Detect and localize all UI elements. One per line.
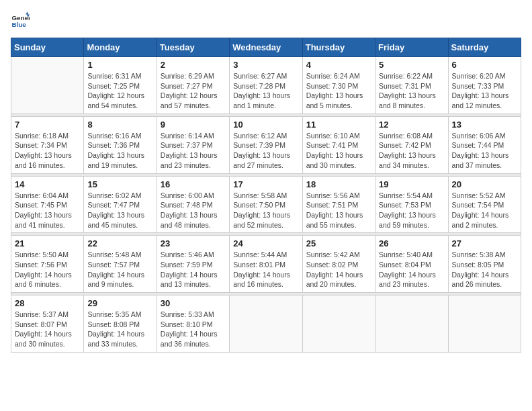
calendar-cell: 3Sunrise: 6:27 AMSunset: 7:28 PMDaylight…	[230, 57, 302, 114]
day-number: 27	[452, 238, 517, 248]
day-number: 5	[379, 60, 444, 70]
day-of-week-header: Tuesday	[157, 38, 229, 57]
day-number: 25	[306, 238, 371, 248]
day-number: 28	[15, 298, 80, 308]
day-number: 30	[161, 298, 226, 308]
day-info: Sunrise: 6:06 AMSunset: 7:44 PMDaylight:…	[452, 131, 517, 171]
calendar-cell	[375, 295, 448, 353]
day-info: Sunrise: 6:18 AMSunset: 7:34 PMDaylight:…	[15, 131, 80, 171]
day-number: 21	[15, 238, 80, 248]
day-number: 18	[306, 179, 371, 189]
day-number: 8	[87, 120, 152, 130]
day-number: 9	[161, 120, 226, 130]
day-number: 16	[161, 179, 226, 189]
day-number: 3	[233, 60, 298, 70]
calendar-cell: 26Sunrise: 5:40 AMSunset: 8:04 PMDayligh…	[375, 236, 448, 293]
day-info: Sunrise: 5:54 AMSunset: 7:53 PMDaylight:…	[379, 191, 444, 230]
day-number: 26	[379, 238, 444, 248]
calendar-cell: 28Sunrise: 5:37 AMSunset: 8:07 PMDayligh…	[11, 295, 84, 353]
day-of-week-header: Thursday	[302, 38, 375, 57]
calendar-cell: 17Sunrise: 5:58 AMSunset: 7:50 PMDayligh…	[230, 176, 302, 233]
day-of-week-header: Saturday	[448, 38, 521, 57]
day-info: Sunrise: 5:58 AMSunset: 7:50 PMDaylight:…	[233, 191, 298, 230]
svg-marker-2	[26, 11, 28, 14]
day-info: Sunrise: 5:42 AMSunset: 8:02 PMDaylight:…	[306, 250, 371, 289]
day-info: Sunrise: 6:20 AMSunset: 7:33 PMDaylight:…	[452, 71, 517, 111]
day-of-week-header: Monday	[84, 38, 157, 57]
calendar-cell: 8Sunrise: 6:16 AMSunset: 7:36 PMDaylight…	[84, 116, 157, 173]
calendar-cell: 6Sunrise: 6:20 AMSunset: 7:33 PMDaylight…	[448, 57, 521, 114]
logo: General Blue	[11, 11, 32, 30]
calendar-cell: 4Sunrise: 6:24 AMSunset: 7:30 PMDaylight…	[302, 57, 375, 114]
calendar-cell: 22Sunrise: 5:48 AMSunset: 7:57 PMDayligh…	[84, 236, 157, 293]
day-number: 7	[15, 120, 80, 130]
day-number: 13	[452, 120, 517, 130]
day-number: 12	[379, 120, 444, 130]
day-number: 22	[87, 238, 152, 248]
logo-icon: General Blue	[11, 11, 30, 30]
calendar-cell: 14Sunrise: 6:04 AMSunset: 7:45 PMDayligh…	[11, 176, 84, 233]
day-number: 6	[452, 60, 517, 70]
calendar-week-row: 14Sunrise: 6:04 AMSunset: 7:45 PMDayligh…	[11, 176, 521, 233]
calendar-table: SundayMondayTuesdayWednesdayThursdayFrid…	[11, 38, 521, 353]
day-info: Sunrise: 6:02 AMSunset: 7:47 PMDaylight:…	[87, 191, 152, 230]
calendar-cell: 21Sunrise: 5:50 AMSunset: 7:56 PMDayligh…	[11, 236, 84, 293]
day-info: Sunrise: 5:50 AMSunset: 7:56 PMDaylight:…	[15, 250, 80, 289]
calendar-cell: 9Sunrise: 6:14 AMSunset: 7:37 PMDaylight…	[157, 116, 229, 173]
calendar-cell: 25Sunrise: 5:42 AMSunset: 8:02 PMDayligh…	[302, 236, 375, 293]
day-info: Sunrise: 5:44 AMSunset: 8:01 PMDaylight:…	[233, 250, 298, 289]
calendar-cell: 30Sunrise: 5:33 AMSunset: 8:10 PMDayligh…	[157, 295, 229, 353]
calendar-cell: 5Sunrise: 6:22 AMSunset: 7:31 PMDaylight…	[375, 57, 448, 114]
calendar-cell: 1Sunrise: 6:31 AMSunset: 7:25 PMDaylight…	[84, 57, 157, 114]
calendar-week-row: 1Sunrise: 6:31 AMSunset: 7:25 PMDaylight…	[11, 57, 521, 114]
calendar-week-row: 7Sunrise: 6:18 AMSunset: 7:34 PMDaylight…	[11, 116, 521, 173]
day-of-week-header: Sunday	[11, 38, 84, 57]
day-info: Sunrise: 5:48 AMSunset: 7:57 PMDaylight:…	[87, 250, 152, 289]
day-info: Sunrise: 5:46 AMSunset: 7:59 PMDaylight:…	[161, 250, 226, 289]
day-number: 1	[87, 60, 152, 70]
day-number: 23	[161, 238, 226, 248]
day-info: Sunrise: 5:37 AMSunset: 8:07 PMDaylight:…	[15, 310, 80, 349]
day-info: Sunrise: 5:56 AMSunset: 7:51 PMDaylight:…	[306, 191, 371, 230]
day-number: 4	[306, 60, 371, 70]
day-info: Sunrise: 5:38 AMSunset: 8:05 PMDaylight:…	[452, 250, 517, 289]
day-info: Sunrise: 5:35 AMSunset: 8:08 PMDaylight:…	[87, 310, 152, 349]
calendar-cell: 19Sunrise: 5:54 AMSunset: 7:53 PMDayligh…	[375, 176, 448, 233]
day-number: 10	[233, 120, 298, 130]
day-info: Sunrise: 6:12 AMSunset: 7:39 PMDaylight:…	[233, 131, 298, 171]
calendar-cell: 15Sunrise: 6:02 AMSunset: 7:47 PMDayligh…	[84, 176, 157, 233]
day-number: 14	[15, 179, 80, 189]
day-number: 20	[452, 179, 517, 189]
calendar-cell	[448, 295, 521, 353]
day-of-week-header: Wednesday	[230, 38, 302, 57]
calendar-cell	[302, 295, 375, 353]
day-info: Sunrise: 6:24 AMSunset: 7:30 PMDaylight:…	[306, 71, 371, 111]
day-info: Sunrise: 6:08 AMSunset: 7:42 PMDaylight:…	[379, 131, 444, 171]
day-info: Sunrise: 6:22 AMSunset: 7:31 PMDaylight:…	[379, 71, 444, 111]
calendar-cell: 23Sunrise: 5:46 AMSunset: 7:59 PMDayligh…	[157, 236, 229, 293]
calendar-week-row: 28Sunrise: 5:37 AMSunset: 8:07 PMDayligh…	[11, 295, 521, 353]
day-number: 19	[379, 179, 444, 189]
day-number: 15	[87, 179, 152, 189]
calendar-cell: 29Sunrise: 5:35 AMSunset: 8:08 PMDayligh…	[84, 295, 157, 353]
day-info: Sunrise: 6:29 AMSunset: 7:27 PMDaylight:…	[161, 71, 226, 111]
calendar-cell	[230, 295, 302, 353]
day-of-week-header: Friday	[375, 38, 448, 57]
day-number: 24	[233, 238, 298, 248]
day-number: 17	[233, 179, 298, 189]
day-info: Sunrise: 6:14 AMSunset: 7:37 PMDaylight:…	[161, 131, 226, 171]
day-info: Sunrise: 6:04 AMSunset: 7:45 PMDaylight:…	[15, 191, 80, 230]
day-number: 29	[87, 298, 152, 308]
calendar-cell: 16Sunrise: 6:00 AMSunset: 7:48 PMDayligh…	[157, 176, 229, 233]
day-info: Sunrise: 5:33 AMSunset: 8:10 PMDaylight:…	[161, 310, 226, 349]
day-info: Sunrise: 6:31 AMSunset: 7:25 PMDaylight:…	[87, 71, 152, 111]
day-number: 11	[306, 120, 371, 130]
calendar-cell: 13Sunrise: 6:06 AMSunset: 7:44 PMDayligh…	[448, 116, 521, 173]
calendar-cell: 27Sunrise: 5:38 AMSunset: 8:05 PMDayligh…	[448, 236, 521, 293]
calendar-week-row: 21Sunrise: 5:50 AMSunset: 7:56 PMDayligh…	[11, 236, 521, 293]
calendar-cell: 11Sunrise: 6:10 AMSunset: 7:41 PMDayligh…	[302, 116, 375, 173]
calendar-cell: 20Sunrise: 5:52 AMSunset: 7:54 PMDayligh…	[448, 176, 521, 233]
day-info: Sunrise: 6:10 AMSunset: 7:41 PMDaylight:…	[306, 131, 371, 171]
day-number: 2	[161, 60, 226, 70]
day-info: Sunrise: 5:40 AMSunset: 8:04 PMDaylight:…	[379, 250, 444, 289]
